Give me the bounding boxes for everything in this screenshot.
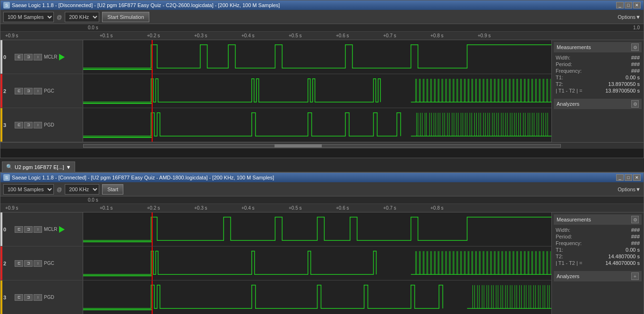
samples-select-1[interactable]: 100 M Samples [3,12,54,22]
scrollbar-track-1[interactable] [83,144,561,148]
tab-bar: 🔍 U2 pgm 16F877 E[...] ▼ [0,159,644,172]
measurements-title-2: Measurements [557,217,591,222]
time-label-end-1: 1.0 [633,25,640,30]
maximize-btn-1[interactable]: □ [625,2,632,8]
channel-color-2-1 [0,74,2,108]
scrollbar-thumb-1[interactable] [275,144,322,147]
channel-num-0-2: 0 [3,227,13,232]
ruler-label-5-1: +0.5 s [289,33,302,38]
meas-width-2: Width: ### [556,227,640,233]
analyzers-header-1: Analyzers ⚙ [554,99,642,109]
ctrl-btn-b-0-2[interactable]: ⊐ [24,226,33,233]
meas-period-label-2: Period: [556,234,572,239]
ctrl-btn-a-2-1[interactable]: ⊏ [15,88,23,94]
maximize-btn-2[interactable]: □ [625,174,632,181]
ctrl-btn-a-0-1[interactable]: ⊏ [15,54,23,60]
channel-label-2-1: 2 ⊏ ⊐ ↕ PGC [0,74,83,108]
analyzers-header-2: Analyzers + [554,271,642,281]
ctrl-btn-b-3-1[interactable]: ⊐ [24,122,33,128]
ctrl-btn-b-3-2[interactable]: ⊐ [24,294,33,301]
tab-1[interactable]: 🔍 U2 pgm 16F877 E[...] ▼ [2,161,75,172]
ruler-label-7-2: +0.7 s [383,205,396,211]
start-simulation-btn[interactable]: Start Simulation [102,12,149,22]
timeline-area-2: 0.0 s +0.9 s +0.1 s +0.2 s +0.3 s +0.4 s… [0,196,644,314]
channel-row-0-1: 0 ⊏ ⊐ ↕ MCLR [0,40,551,74]
close-btn-1[interactable]: ✕ [633,2,641,8]
channel-name-2-1: PGC [44,88,54,93]
window1-controls[interactable]: _ □ ✕ [616,2,641,8]
ctrl-btn-c-2-2[interactable]: ↕ [34,260,42,267]
rate-select-2[interactable]: 200 KHz [65,184,99,195]
options-btn-1[interactable]: Options▼ [618,14,641,20]
samples-select-2[interactable]: 100 M Samples [3,184,54,195]
ruler-label-8-2: +0.8 s [430,205,444,211]
meas-t2-2: T2: 14.4807000 s [556,253,640,260]
meas-t2-1: T2: 13.8970050 s [556,81,640,87]
ctrl-btn-a-0-2[interactable]: ⊏ [15,226,23,233]
time-ruler-2: +0.9 s +0.1 s +0.2 s +0.3 s +0.4 s +0.5 … [0,204,644,212]
meas-period-1: Period: ### [556,61,640,68]
waveform-svg-0-2 [83,212,551,246]
rate-select-1[interactable]: 200 KHz [65,12,99,22]
ctrl-btn-c-3-2[interactable]: ↕ [34,294,42,301]
play-indicator-0-1[interactable] [59,54,65,60]
ruler-label-8-1: +0.8 s [430,33,444,38]
close-btn-2[interactable]: ✕ [633,174,641,181]
ctrl-btn-c-0-2[interactable]: ↕ [34,226,42,233]
analyzers-gear-2[interactable]: + [631,272,639,280]
channel-num-2-1: 2 [3,88,13,94]
ruler-label-9-1: +0.9 s [478,33,491,38]
ctrl-btn-c-3-1[interactable]: ↕ [34,122,42,128]
meas-t1-2: T1: 0.00 s [556,246,640,253]
channel-waveform-0-2 [83,212,551,246]
meas-t1-value-2: 0.00 s [626,247,640,253]
analyzers-title-1: Analyzers [557,101,579,107]
start-btn-2[interactable]: Start [102,184,123,195]
ctrl-btn-b-2-2[interactable]: ⊐ [24,260,33,267]
app-icon-1: S [3,2,10,8]
side-panel-1: Measurements ⚙ Width: ### Period: ### Fr… [551,40,644,142]
window1-title: Saeae Logic 1.1.8 - [Disconnected] - [U2… [12,2,280,8]
ctrl-btn-c-0-1[interactable]: ↕ [34,54,42,60]
channels-area-2: 0 ⊏ ⊐ ↕ MCLR [0,212,551,314]
window2-title: Saeae Logic 1.1.8 - [Connected] - [U2 pg… [12,175,274,180]
ctrl-btn-b-0-1[interactable]: ⊐ [24,54,33,60]
measurements-gear-1[interactable]: ⚙ [631,43,639,51]
ctrl-btn-a-2-2[interactable]: ⊏ [15,260,23,267]
tab-dropdown-icon[interactable]: ▼ [66,164,71,170]
meas-t1-1: T1: 0.00 s [556,74,640,81]
toolbar-1: 100 M Samples @ 200 KHz Start Simulation… [0,10,644,24]
analyzers-gear-1[interactable]: ⚙ [631,100,639,108]
meas-period-value-2: ### [631,234,640,239]
channel-label-0-1: 0 ⊏ ⊐ ↕ MCLR [0,40,83,74]
waveform-svg-3-2 [83,280,551,314]
ruler-label-7-1: +0.7 s [383,33,396,38]
channel-waveform-3-2 [83,280,551,314]
channel-controls-2-2: ⊏ ⊐ ↕ [15,260,42,267]
channel-controls-3-2: ⊏ ⊐ ↕ [15,294,42,301]
minimize-btn-1[interactable]: _ [616,2,624,8]
ruler-label-5-2: +0.5 s [289,205,302,211]
ctrl-btn-a-3-2[interactable]: ⊏ [15,294,23,301]
meas-freq-1: Frequency: ### [556,68,640,74]
ruler-label-1-1: +0.1 s [100,33,113,38]
ctrl-btn-c-2-1[interactable]: ↕ [34,88,42,94]
measurements-header-1: Measurements ⚙ [554,42,642,52]
channel-name-0-2: MCLR [44,227,57,232]
options-btn-2[interactable]: Options▼ [618,187,641,192]
window2-controls[interactable]: _ □ ✕ [616,174,641,181]
time-top-ruler-2: 0.0 s [0,196,644,204]
ruler-label-3-1: +0.3 s [194,33,207,38]
meas-freq-2: Frequency: ### [556,240,640,246]
meas-width-1: Width: ### [556,54,640,61]
measurements-gear-2[interactable]: ⚙ [631,216,639,223]
ctrl-btn-b-2-1[interactable]: ⊐ [24,88,33,94]
channel-name-0-1: MCLR [44,54,57,59]
meas-diff-value-1: 13.89700500 s [605,88,640,93]
minimize-btn-2[interactable]: _ [616,174,624,181]
measurements-table-2: Width: ### Period: ### Frequency: ### T1… [554,226,642,267]
scrollbar-1 [0,142,644,149]
play-indicator-0-2[interactable] [59,226,65,233]
meas-freq-value-1: ### [631,68,640,74]
ctrl-btn-a-3-1[interactable]: ⊏ [15,122,23,128]
